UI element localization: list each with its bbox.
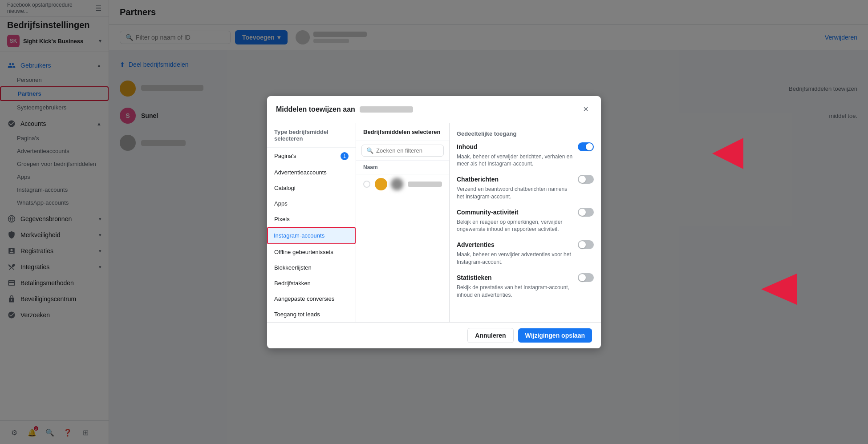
permission-desc-community: Bekijk en reageer op opmerkingen, verwij…: [457, 218, 594, 234]
type-item-conversies[interactable]: Aangepaste conversies: [267, 291, 356, 307]
modal-footer: Annuleren Wijzigingen opslaan: [267, 322, 601, 348]
modal-close-button[interactable]: ×: [580, 103, 592, 116]
type-item-pixels[interactable]: Pixels: [267, 211, 356, 227]
permission-item-advertenties: Advertenties Maak, beheer en verwijder a…: [457, 240, 594, 266]
toggle-chatberichten[interactable]: [578, 175, 594, 184]
type-item-leads[interactable]: Toegang tot leads: [267, 307, 356, 322]
toggle-thumb-community: [579, 209, 586, 216]
type-item-paginas[interactable]: Pagina's 1: [267, 148, 356, 165]
permissions-header: Gedeeltelijke toegang: [457, 130, 594, 137]
toggle-thumb-chatberichten: [579, 176, 586, 183]
asset-name-blur: [408, 182, 442, 187]
permission-title-advertenties: Advertenties: [457, 240, 594, 249]
cancel-button[interactable]: Annuleren: [467, 328, 513, 343]
type-panel-header: Type bedrijfsmiddel selecteren: [267, 123, 356, 148]
search-filter-icon: 🔍: [366, 147, 373, 154]
type-item-catalogi[interactable]: Catalogi: [267, 180, 356, 196]
type-item-apps[interactable]: Apps: [267, 196, 356, 211]
modal-body: Type bedrijfsmiddel selecteren Pagina's …: [267, 123, 601, 322]
toggle-inhoud[interactable]: [578, 142, 594, 151]
asset-avatar-blur-1: [391, 178, 403, 190]
assets-search-area: 🔍: [356, 141, 449, 161]
permission-title-chatberichten: Chatberichten: [457, 175, 594, 184]
type-badge-paginas: 1: [341, 152, 349, 160]
permission-title-statistieken: Statistieken: [457, 273, 594, 282]
permission-item-statistieken: Statistieken Bekijk de prestaties van he…: [457, 273, 594, 299]
permission-title-inhoud: Inhoud: [457, 142, 594, 151]
assets-search-wrap: 🔍: [361, 145, 444, 157]
asset-item-1[interactable]: [356, 174, 449, 194]
permission-desc-chatberichten: Verzend en beantwoord chatberichten name…: [457, 186, 594, 201]
type-item-blokkeerlijsten[interactable]: Blokkeerlijsten: [267, 260, 356, 275]
modal-header: Middelen toewijzen aan ×: [267, 96, 601, 123]
permission-desc-advertenties: Maak, beheer en verwijder advertenties v…: [457, 251, 594, 266]
modal-title: Middelen toewijzen aan: [276, 105, 413, 113]
type-item-bedrijfstakken[interactable]: Bedrijfstakken: [267, 275, 356, 291]
permission-desc-inhoud: Maak, beheer of verwijder berichten, ver…: [457, 153, 594, 168]
modal-overlay: Middelen toewijzen aan × Type bedrijfsmi…: [0, 0, 868, 444]
asset-col-header: Naam: [356, 161, 449, 174]
toggle-thumb-statistieken: [579, 274, 586, 281]
save-button[interactable]: Wijzigingen opslaan: [518, 328, 592, 343]
type-item-offline[interactable]: Offline gebeurtenissets: [267, 244, 356, 260]
toggle-advertenties[interactable]: [578, 240, 594, 249]
assets-search-input[interactable]: [376, 147, 439, 154]
red-arrow-toggle: [712, 138, 743, 170]
permission-item-chatberichten: Chatberichten Verzend en beantwoord chat…: [457, 175, 594, 201]
red-arrow-save: [761, 274, 797, 306]
permission-item-inhoud: Inhoud Maak, beheer of verwijder bericht…: [457, 142, 594, 168]
permission-title-community: Community-activiteit: [457, 208, 594, 217]
toggle-statistieken[interactable]: [578, 273, 594, 282]
toggle-thumb-inhoud: [586, 143, 593, 150]
permission-desc-statistieken: Bekijk de prestaties van het Instagram-a…: [457, 284, 594, 299]
permission-item-community: Community-activiteit Bekijk en reageer o…: [457, 208, 594, 234]
modal: Middelen toewijzen aan × Type bedrijfsmi…: [267, 96, 601, 348]
permissions-panel: Gedeeltelijke toegang Inhoud Maak, behee…: [450, 123, 601, 322]
asset-icon-1: [375, 178, 387, 190]
modal-title-blur: [360, 106, 413, 113]
type-selector-panel: Type bedrijfsmiddel selecteren Pagina's …: [267, 123, 356, 322]
asset-radio-1[interactable]: [363, 181, 370, 188]
assets-panel: Bedrijfsmiddelen selecteren 🔍 Naam: [356, 123, 450, 322]
type-item-instagram[interactable]: Instagram-accounts: [267, 227, 356, 244]
assets-panel-header: Bedrijfsmiddelen selecteren: [356, 123, 449, 141]
toggle-community[interactable]: [578, 208, 594, 217]
toggle-thumb-advertenties: [579, 241, 586, 248]
type-item-advertentieaccounts[interactable]: Advertentieaccounts: [267, 165, 356, 180]
